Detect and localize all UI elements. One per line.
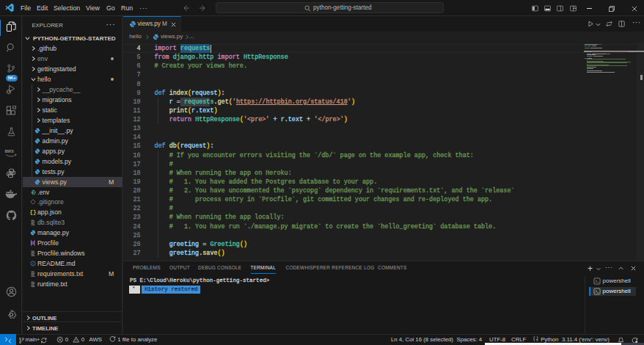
svg-text:aws: aws bbox=[5, 148, 15, 153]
